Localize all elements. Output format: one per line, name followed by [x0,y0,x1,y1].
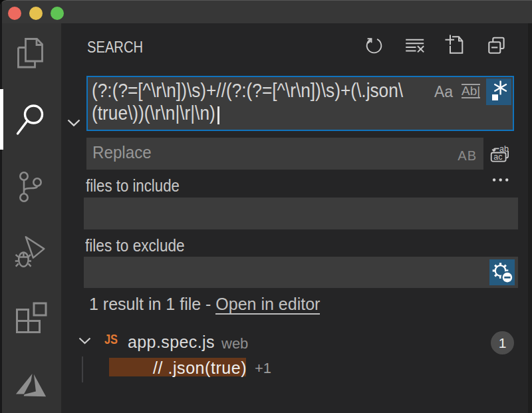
svg-text:ac: ac [493,152,502,162]
